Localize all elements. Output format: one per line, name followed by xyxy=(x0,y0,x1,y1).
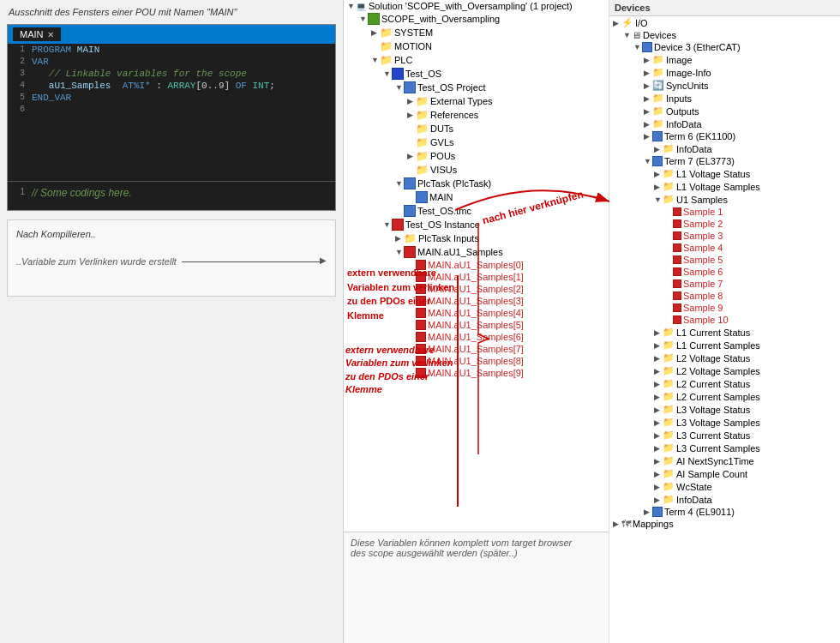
tree-item-label: PlcTask (PlcTask) xyxy=(417,178,491,189)
tree-item[interactable]: ▶📁PlcTask Inputs xyxy=(344,231,609,245)
line-num-b1: 1 xyxy=(8,187,32,196)
tree-item[interactable]: MAIN.aU1_Samples[5] xyxy=(344,319,609,331)
tree-item[interactable]: ▶📁External Types xyxy=(344,94,609,108)
right-tree-item[interactable]: ▶📁L3 Current Status xyxy=(609,429,840,442)
tree-item[interactable]: ▼💻Solution 'SCOPE_with_Oversampling' (1 … xyxy=(344,0,609,12)
right-tree-item[interactable]: ▶📁InfoData xyxy=(609,142,840,155)
right-tree-item[interactable]: ▶📁AI Sample Count xyxy=(609,467,840,480)
right-tree-item-label: Device 3 (EtherCAT) xyxy=(654,42,741,52)
right-tree-item[interactable]: ▼Device 3 (EtherCAT) xyxy=(609,41,840,53)
right-tree-item[interactable]: ▶📁L2 Current Samples xyxy=(609,390,840,403)
right-tree-item[interactable]: ▶📁L2 Voltage Status xyxy=(609,352,840,364)
right-tree-item[interactable]: ▼🖥Devices xyxy=(609,29,840,41)
tree-item[interactable]: 📁GVLs xyxy=(344,135,609,149)
right-tree-item-label: Term 7 (EL3773) xyxy=(664,156,735,166)
tree-item[interactable]: ▶📁References xyxy=(344,108,609,122)
right-tree-item-label: Devices xyxy=(643,30,676,40)
tree-item[interactable]: ▼Test_OS xyxy=(344,67,609,81)
right-tree-item[interactable]: ▶Term 6 (EK1100) xyxy=(609,130,840,142)
extern-annotation: extern verwendbare Variablen zum verlink… xyxy=(345,344,457,397)
right-tree-item[interactable]: ▶📁L1 Current Samples xyxy=(609,339,840,352)
right-tree-item[interactable]: Sample 6 xyxy=(609,266,840,278)
right-tree-item-label: InfoData xyxy=(676,495,712,505)
tree-item[interactable]: MAIN.aU1_Samples[4] xyxy=(344,307,609,319)
tree-item-label: MAIN.aU1_Samples xyxy=(417,247,503,257)
right-tree-item[interactable]: ▶⚡I/O xyxy=(609,16,840,29)
tree-item[interactable]: ▼Test_OS Project xyxy=(344,81,609,94)
line-num-4: 4 xyxy=(8,81,32,90)
right-tree-item[interactable]: ▶📁Inputs xyxy=(609,92,840,105)
right-tree-item[interactable]: ▶📁InfoData xyxy=(609,493,840,506)
right-tree-item[interactable]: Sample 8 xyxy=(609,290,840,302)
code-content-bottom[interactable]: 1 // Some codings here. xyxy=(8,184,335,210)
tree-item[interactable]: ▼SCOPE_with_Oversampling xyxy=(344,12,609,26)
right-tree-item[interactable]: ▶📁Image-Info xyxy=(609,66,840,79)
tree-item[interactable]: 📁DUTs xyxy=(344,122,609,135)
tree-item[interactable]: MAIN.aU1_Samples[0] xyxy=(344,259,609,271)
right-tree-item-label: Sample 6 xyxy=(683,267,723,277)
far-right-tree-panel[interactable]: Devices▶⚡I/O▼🖥Devices▼Device 3 (EtherCAT… xyxy=(609,0,840,643)
right-tree-item[interactable]: ▶🗺Mappings xyxy=(609,518,840,530)
middle-tree-scroll[interactable]: ▼💻Solution 'SCOPE_with_Oversampling' (1 … xyxy=(344,0,609,514)
tree-item[interactable]: ▶📁POUs xyxy=(344,149,609,163)
right-tree-item-label: L3 Voltage Status xyxy=(676,405,750,415)
right-tree-item[interactable]: ▶📁Outputs xyxy=(609,105,840,117)
right-tree-item-label: L1 Voltage Samples xyxy=(676,182,760,192)
code-line-b1: // Some codings here. xyxy=(32,187,335,199)
devices-header: Devices xyxy=(609,0,840,16)
description-top: Ausschnitt des Fensters einer POU mit Na… xyxy=(0,0,343,21)
right-tree-item[interactable]: ▶Term 4 (EL9011) xyxy=(609,506,840,518)
right-tree-item-label: Sample 8 xyxy=(683,291,723,301)
tree-item[interactable]: ▼Test_OS Instance xyxy=(344,218,609,231)
tree-item[interactable]: MAIN.aU1_Samples[2] xyxy=(344,283,609,295)
right-tree-item[interactable]: ▶📁AI NextSync1Time xyxy=(609,454,840,467)
tree-item[interactable]: 📁VISUs xyxy=(344,163,609,177)
line-num-2: 2 xyxy=(8,57,32,66)
right-tree-item[interactable]: Sample 3 xyxy=(609,230,840,242)
tree-item[interactable]: ▼MAIN.aU1_Samples xyxy=(344,245,609,259)
right-tree-item[interactable]: Sample 5 xyxy=(609,254,840,266)
close-icon[interactable]: ✕ xyxy=(47,30,54,39)
right-tree-item[interactable]: ▶📁L3 Current Samples xyxy=(609,442,840,454)
tree-item[interactable]: ▼PlcTask (PlcTask) xyxy=(344,177,609,190)
tree-item[interactable]: ▶📁SYSTEM xyxy=(344,26,609,39)
code-content-top[interactable]: 1 PROGRAM MAIN 2 VAR 3 // Linkable varia… xyxy=(8,44,335,181)
right-tree-item[interactable]: ▶📁InfoData xyxy=(609,117,840,130)
right-tree-item[interactable]: ▶📁L3 Voltage Status xyxy=(609,403,840,416)
tree-item[interactable]: Test_OS.tmc xyxy=(344,204,609,218)
tree-item[interactable]: MAIN.aU1_Samples[6] xyxy=(344,331,609,343)
right-tree-item[interactable]: ▶🔄SyncUnits xyxy=(609,79,840,92)
right-tree-item-label: Mappings xyxy=(633,519,674,529)
tree-item[interactable]: ▼📁PLC xyxy=(344,53,609,67)
right-tree-item[interactable]: ▶📁L2 Current Status xyxy=(609,377,840,390)
bottom-note-line2: des scope ausgewählt werden (später..) xyxy=(351,548,602,558)
right-tree-item[interactable]: ▶📁WcState xyxy=(609,480,840,493)
code-line-2: VAR xyxy=(32,57,335,67)
tree-item[interactable]: MAIN.aU1_Samples[3] xyxy=(344,295,609,307)
right-tree-item[interactable]: ▼Term 7 (EL3773) xyxy=(609,155,840,167)
tree-item-label: MOTION xyxy=(394,41,432,51)
variable-arrow-row: ..Variable zum Verlinken wurde erstellt xyxy=(16,256,327,267)
tree-item[interactable]: 📁MOTION xyxy=(344,39,609,53)
right-tree-item[interactable]: ▶📁L2 Voltage Samples xyxy=(609,364,840,377)
tree-item[interactable]: MAIN xyxy=(344,190,609,204)
right-tree-item[interactable]: Sample 9 xyxy=(609,302,840,314)
right-tree-item[interactable]: Sample 10 xyxy=(609,314,840,326)
tree-item-label: VISUs xyxy=(430,165,457,175)
right-tree-item[interactable]: ▶📁L1 Current Status xyxy=(609,326,840,339)
right-tree-item-label: L2 Current Samples xyxy=(676,392,760,402)
right-tree-item[interactable]: Sample 1 xyxy=(609,206,840,218)
right-tree-item[interactable]: Sample 2 xyxy=(609,218,840,230)
right-tree-item[interactable]: ▶📁L3 Voltage Samples xyxy=(609,416,840,429)
right-tree-item[interactable]: ▶📁L1 Voltage Status xyxy=(609,167,840,180)
right-tree-item[interactable]: ▶📁Image xyxy=(609,53,840,66)
code-tab-main[interactable]: MAIN ✕ xyxy=(13,27,61,41)
right-tree-item[interactable]: Sample 4 xyxy=(609,242,840,254)
tree-item[interactable]: MAIN.aU1_Samples[1] xyxy=(344,271,609,283)
right-tree-item-label: L1 Current Status xyxy=(676,328,750,338)
right-tree-item[interactable]: Sample 7 xyxy=(609,278,840,290)
right-tree-item[interactable]: ▶📁L1 Voltage Samples xyxy=(609,180,840,193)
right-tree-item[interactable]: ▼📁U1 Samples xyxy=(609,193,840,206)
right-tree-item-label: Sample 2 xyxy=(683,219,723,229)
tree-item-label: PlcTask Inputs xyxy=(418,233,479,243)
